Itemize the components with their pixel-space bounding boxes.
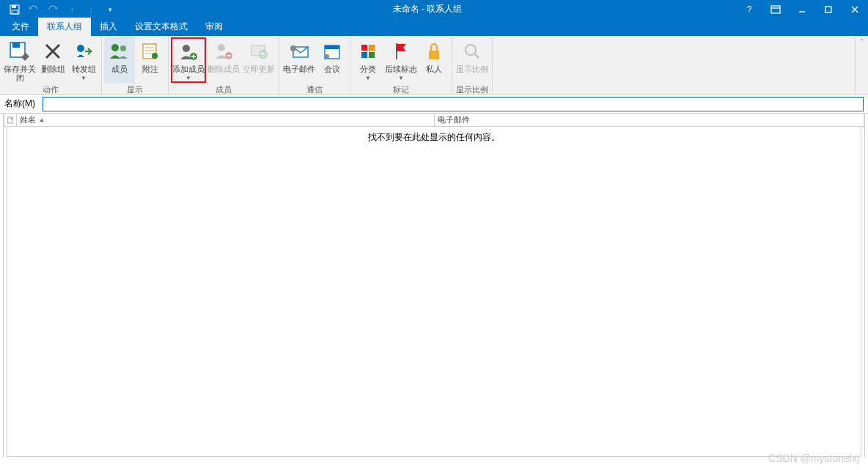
svg-rect-36 bbox=[369, 45, 375, 51]
svg-rect-10 bbox=[12, 43, 20, 48]
zoom-icon bbox=[460, 40, 484, 63]
svg-point-34 bbox=[325, 54, 329, 59]
name-input[interactable] bbox=[43, 97, 864, 111]
svg-rect-2 bbox=[12, 10, 18, 14]
titlebar: ↑ ↓ ▾ 未命名 - 联系人组 ? bbox=[0, 0, 868, 18]
update-icon bbox=[247, 40, 271, 63]
svg-point-14 bbox=[111, 44, 119, 51]
quick-access-toolbar: ↑ ↓ ▾ bbox=[0, 1, 119, 18]
ribbon-tabs: 文件 联系人组 插入 设置文本格式 审阅 bbox=[0, 18, 868, 36]
ribbon-group-zoom: 显示比例 显示比例 bbox=[452, 36, 493, 94]
delete-icon bbox=[41, 40, 65, 63]
empty-message: 找不到要在此处显示的任何内容。 bbox=[7, 127, 861, 148]
svg-line-42 bbox=[474, 54, 479, 58]
ribbon-group-actions: 保存并关闭 删除组 转发组 ▼ 动作 bbox=[0, 36, 102, 94]
remove-member-button[interactable]: 删除成员 bbox=[206, 37, 241, 83]
svg-rect-3 bbox=[771, 6, 780, 13]
watermark: CSDN @mystonelxj bbox=[768, 452, 859, 464]
close-button[interactable] bbox=[842, 0, 868, 18]
dropdown-arrow-icon: ▼ bbox=[185, 75, 191, 81]
down-arrow-icon[interactable]: ↓ bbox=[82, 1, 100, 18]
maximize-button[interactable] bbox=[815, 0, 842, 18]
members-button[interactable]: 成员 bbox=[104, 37, 135, 83]
remove-member-icon bbox=[212, 40, 235, 63]
column-icon[interactable] bbox=[4, 114, 17, 126]
save-icon[interactable] bbox=[6, 1, 23, 18]
list-header: 姓名 ▲ 电子邮件 bbox=[4, 114, 864, 127]
zoom-button[interactable]: 显示比例 bbox=[455, 37, 490, 83]
undo-icon[interactable] bbox=[25, 1, 43, 18]
delete-group-button[interactable]: 删除组 bbox=[37, 37, 68, 83]
members-icon bbox=[108, 40, 131, 63]
email-icon bbox=[287, 40, 311, 63]
meeting-icon bbox=[320, 40, 344, 63]
redo-icon[interactable] bbox=[44, 1, 62, 18]
svg-rect-6 bbox=[825, 7, 831, 12]
private-button[interactable]: 私人 bbox=[419, 37, 449, 83]
categorize-icon bbox=[356, 40, 380, 63]
tab-format-text[interactable]: 设置文本格式 bbox=[126, 18, 196, 36]
forward-icon bbox=[72, 40, 95, 63]
svg-rect-43 bbox=[8, 117, 12, 123]
flag-icon bbox=[389, 40, 413, 63]
meeting-button[interactable]: 会议 bbox=[317, 37, 347, 83]
collapse-ribbon-button[interactable]: ˆ bbox=[855, 36, 868, 94]
ribbon-group-communicate: 电子邮件 会议 通信 bbox=[279, 36, 350, 94]
column-name[interactable]: 姓名 ▲ bbox=[17, 114, 435, 126]
dropdown-arrow-icon: ▼ bbox=[365, 75, 371, 81]
minimize-button[interactable] bbox=[789, 0, 815, 18]
email-button[interactable]: 电子邮件 bbox=[282, 37, 317, 83]
categorize-button[interactable]: 分类 ▼ bbox=[353, 37, 383, 83]
member-list[interactable]: 找不到要在此处显示的任何内容。 bbox=[7, 127, 861, 457]
followup-button[interactable]: 后续标志 ▼ bbox=[383, 37, 419, 83]
tab-review[interactable]: 审阅 bbox=[196, 18, 232, 36]
qat-customize-icon[interactable]: ▾ bbox=[101, 1, 119, 18]
ribbon-group-members: 添加成员 ▼ 删除成员 立即更新 成员 bbox=[169, 36, 279, 94]
ribbon-display-button[interactable] bbox=[762, 0, 789, 18]
svg-point-13 bbox=[77, 45, 84, 52]
tab-insert[interactable]: 插入 bbox=[91, 18, 126, 36]
tab-contact-group[interactable]: 联系人组 bbox=[38, 18, 91, 36]
svg-point-25 bbox=[218, 44, 225, 51]
svg-rect-1 bbox=[12, 5, 16, 8]
window-title: 未命名 - 联系人组 bbox=[119, 3, 736, 15]
ribbon-group-tags: 分类 ▼ 后续标志 ▼ 私人 标记 bbox=[350, 36, 452, 94]
svg-rect-33 bbox=[325, 45, 339, 49]
lock-icon bbox=[422, 40, 446, 63]
name-row: 名称(M) bbox=[0, 95, 868, 114]
update-now-button[interactable]: 立即更新 bbox=[241, 37, 276, 83]
svg-rect-35 bbox=[361, 45, 367, 51]
notes-button[interactable]: 附注 bbox=[135, 37, 166, 83]
save-close-button[interactable]: 保存并关闭 bbox=[2, 37, 37, 83]
tab-file[interactable]: 文件 bbox=[3, 18, 38, 36]
help-button[interactable]: ? bbox=[736, 0, 762, 18]
svg-rect-40 bbox=[429, 51, 439, 59]
svg-rect-37 bbox=[361, 52, 367, 58]
sort-asc-icon: ▲ bbox=[39, 117, 45, 123]
forward-group-button[interactable]: 转发组 ▼ bbox=[68, 37, 99, 83]
svg-rect-38 bbox=[369, 52, 375, 58]
ribbon: 保存并关闭 删除组 转发组 ▼ 动作 bbox=[0, 36, 868, 95]
name-label: 名称(M) bbox=[4, 98, 43, 110]
svg-point-20 bbox=[152, 53, 158, 59]
ribbon-group-show: 成员 附注 显示 bbox=[102, 36, 169, 94]
notes-icon bbox=[139, 40, 162, 63]
column-email[interactable]: 电子邮件 bbox=[435, 114, 864, 126]
dropdown-arrow-icon: ▼ bbox=[81, 75, 87, 81]
svg-point-15 bbox=[120, 45, 126, 51]
add-member-button[interactable]: 添加成员 ▼ bbox=[171, 37, 206, 83]
up-arrow-icon[interactable]: ↑ bbox=[63, 1, 81, 18]
svg-point-31 bbox=[290, 45, 296, 51]
window-controls: ? bbox=[736, 0, 868, 18]
svg-point-21 bbox=[183, 45, 190, 52]
dropdown-arrow-icon: ▼ bbox=[398, 75, 404, 81]
svg-point-41 bbox=[466, 45, 476, 55]
add-member-icon bbox=[177, 41, 200, 63]
save-close-icon bbox=[8, 40, 32, 63]
